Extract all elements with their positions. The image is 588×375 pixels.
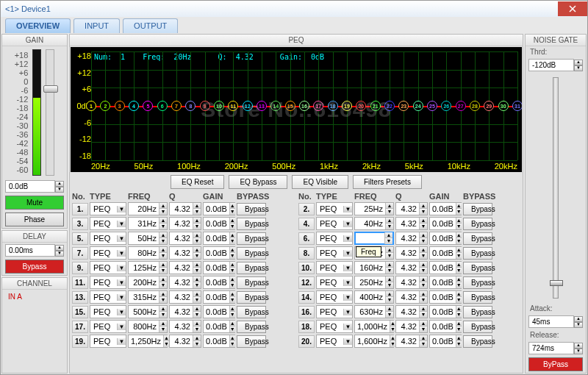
type-dropdown-icon[interactable]: ▼ <box>343 221 352 227</box>
freq-input[interactable]: 400Hz▲▼ <box>354 290 394 304</box>
gain-input[interactable]: 0.0dB▲▼ <box>203 202 235 215</box>
peq-node-2[interactable]: 2 <box>100 101 110 111</box>
filter-bypass-button[interactable]: Bypass <box>463 247 492 260</box>
type-dropdown-icon[interactable]: ▼ <box>117 221 126 227</box>
gain-input[interactable]: 0.0dB▲▼ <box>429 217 462 230</box>
freq-input[interactable]: 80Hz▲▼ <box>128 246 168 260</box>
filter-bypass-button[interactable]: Bypass <box>237 335 266 348</box>
peq-node-25[interactable]: 25 <box>427 101 437 111</box>
filter-bypass-button[interactable]: Bypass <box>237 247 266 260</box>
filter-bypass-button[interactable]: Bypass <box>237 203 266 215</box>
gain-slider-thumb[interactable] <box>43 85 58 93</box>
q-input[interactable]: 4.32▲▼ <box>395 246 428 260</box>
filter-bypass-button[interactable]: Bypass <box>463 276 492 289</box>
q-input[interactable]: 4.32▲▼ <box>169 276 201 289</box>
gain-input[interactable]: 0.0dB▲▼ <box>429 320 462 333</box>
type-dropdown-icon[interactable]: ▼ <box>117 294 126 301</box>
filter-bypass-button[interactable]: Bypass <box>237 232 266 245</box>
type-dropdown-icon[interactable]: ▼ <box>343 309 352 315</box>
noise-slider[interactable] <box>553 77 559 299</box>
tab-overview[interactable]: OVERVIEW <box>5 18 71 33</box>
type-select[interactable]: PEQ▼ <box>90 276 126 289</box>
filters-presets-button[interactable]: Filters Presets <box>353 175 422 189</box>
q-input[interactable]: 4.32▲▼ <box>395 320 428 333</box>
filter-bypass-button[interactable]: Bypass <box>463 203 492 215</box>
type-dropdown-icon[interactable]: ▼ <box>117 265 126 271</box>
type-select[interactable]: PEQ▼ <box>90 320 126 333</box>
type-select[interactable]: PEQ▼ <box>90 261 126 274</box>
freq-input[interactable]: 25Hz▲▼ <box>354 202 394 215</box>
type-select[interactable]: PEQ▼ <box>90 335 126 348</box>
q-input[interactable]: 4.32▲▼ <box>395 232 428 245</box>
attack-spin-up[interactable]: ▲ <box>574 316 583 322</box>
gain-input[interactable]: 0.0dB▲▼ <box>429 261 462 274</box>
type-dropdown-icon[interactable]: ▼ <box>343 265 352 271</box>
type-dropdown-icon[interactable]: ▼ <box>117 235 126 242</box>
gain-input[interactable]: 0.0dB▲▼ <box>203 232 235 245</box>
q-input[interactable]: 4.32▲▼ <box>395 305 428 318</box>
eq-reset-button[interactable]: EQ Reset <box>171 175 224 189</box>
freq-input[interactable]: 1,000Hz▲▼ <box>354 320 394 333</box>
freq-input[interactable]: 630Hz▲▼ <box>354 305 394 318</box>
peq-node-24[interactable]: 24 <box>413 101 423 111</box>
gain-spin-up[interactable]: ▲ <box>55 181 64 187</box>
noise-bypass-button[interactable]: ByPass <box>528 357 583 371</box>
type-dropdown-icon[interactable]: ▼ <box>117 338 126 345</box>
freq-input[interactable]: 250Hz▲▼ <box>354 276 394 289</box>
type-select[interactable]: PEQ▼ <box>316 261 353 274</box>
filter-bypass-button[interactable]: Bypass <box>237 321 266 333</box>
peq-node-8[interactable]: 8 <box>185 101 196 111</box>
q-input[interactable]: 4.32▲▼ <box>169 261 201 274</box>
type-dropdown-icon[interactable]: ▼ <box>343 250 352 257</box>
filter-bypass-button[interactable]: Bypass <box>463 262 492 274</box>
freq-input[interactable]: 31Hz▲▼ <box>128 217 168 230</box>
gain-input[interactable]: 0.0dB▲▼ <box>203 276 235 289</box>
filter-bypass-button[interactable]: Bypass <box>237 276 266 289</box>
type-dropdown-icon[interactable]: ▼ <box>117 309 126 315</box>
filter-bypass-button[interactable]: Bypass <box>237 291 266 304</box>
release-spin-up[interactable]: ▲ <box>574 343 583 349</box>
gain-input[interactable]: 0.0dB▲▼ <box>203 305 235 318</box>
eq-bypass-button[interactable]: EQ Bypass <box>229 175 287 189</box>
peq-node-29[interactable]: 29 <box>484 101 494 111</box>
filter-bypass-button[interactable]: Bypass <box>463 232 492 245</box>
q-input[interactable]: 4.32▲▼ <box>395 290 428 304</box>
peq-node-31[interactable]: 31 <box>512 101 522 111</box>
peq-node-4[interactable]: 4 <box>129 101 139 111</box>
type-select[interactable]: PEQ▼ <box>90 246 126 260</box>
peq-node-28[interactable]: 28 <box>470 101 480 111</box>
filter-bypass-button[interactable]: Bypass <box>463 306 492 318</box>
gain-input[interactable]: 0.0dB▲▼ <box>429 335 462 348</box>
type-dropdown-icon[interactable]: ▼ <box>343 235 352 242</box>
type-select[interactable]: PEQ▼ <box>90 290 126 304</box>
gain-input[interactable]: 0.0dB▲▼ <box>429 305 462 318</box>
type-dropdown-icon[interactable]: ▼ <box>343 206 352 213</box>
q-input[interactable]: 4.32▲▼ <box>169 232 201 245</box>
mute-button[interactable]: Mute <box>5 196 64 210</box>
delay-bypass-button[interactable]: Bypass <box>5 260 64 274</box>
gain-input[interactable]: 0.0dB▲▼ <box>203 246 235 260</box>
attack-input[interactable] <box>528 315 574 328</box>
q-input[interactable]: 4.32▲▼ <box>169 217 201 230</box>
freq-input[interactable]: 315Hz▲▼ <box>128 290 168 304</box>
peq-node-26[interactable]: 26 <box>441 101 451 111</box>
phase-button[interactable]: Phase <box>5 213 64 226</box>
freq-input[interactable]: 125Hz▲▼ <box>128 261 168 274</box>
type-select[interactable]: PEQ▼ <box>316 305 353 318</box>
q-input[interactable]: 4.32▲▼ <box>395 202 428 215</box>
type-dropdown-icon[interactable]: ▼ <box>343 294 352 301</box>
q-input[interactable]: 4.32▲▼ <box>169 290 201 304</box>
gain-input[interactable]: 0.0dB▲▼ <box>429 276 462 289</box>
gain-input[interactable]: 0.0dB▲▼ <box>429 290 462 304</box>
gain-input[interactable]: 0.0dB▲▼ <box>429 232 462 245</box>
type-dropdown-icon[interactable]: ▼ <box>117 324 126 330</box>
q-input[interactable]: 4.32▲▼ <box>169 335 201 348</box>
type-dropdown-icon[interactable]: ▼ <box>117 250 126 257</box>
gain-input[interactable]: 0.0dB▲▼ <box>429 246 462 260</box>
type-dropdown-icon[interactable]: ▼ <box>343 324 352 330</box>
freq-input[interactable]: 160Hz▲▼ <box>354 261 394 274</box>
thrd-spin-up[interactable]: ▲ <box>574 60 583 65</box>
type-dropdown-icon[interactable]: ▼ <box>343 279 352 286</box>
thrd-input[interactable] <box>528 59 574 71</box>
peq-node-3[interactable]: 3 <box>115 101 125 111</box>
